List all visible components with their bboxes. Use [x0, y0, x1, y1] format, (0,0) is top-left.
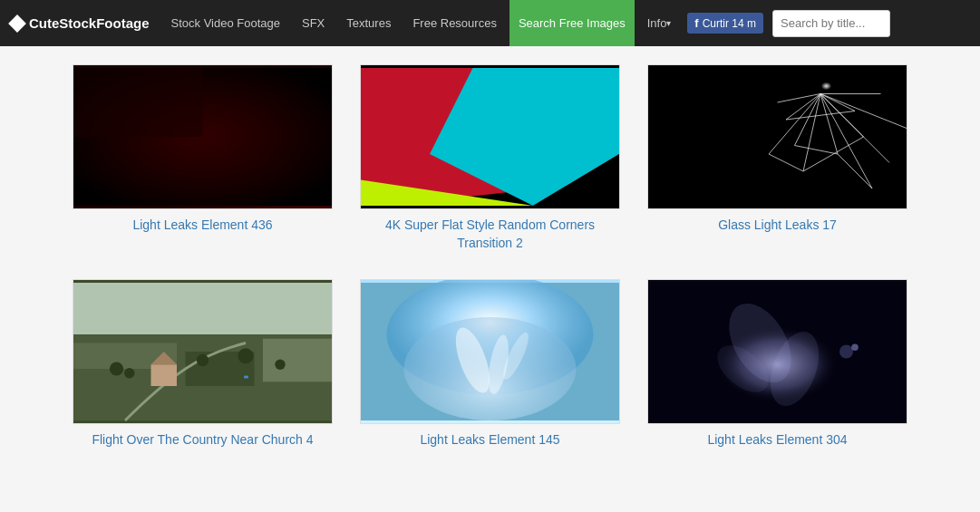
thumbnail-1 [73, 64, 333, 209]
svg-rect-32 [263, 339, 332, 382]
thumbnail-6 [647, 279, 907, 424]
svg-rect-2 [73, 68, 203, 137]
svg-rect-33 [151, 364, 178, 386]
svg-rect-28 [73, 283, 332, 334]
svg-point-37 [197, 354, 209, 366]
thumbnail-3 [647, 64, 907, 209]
image-grid: Light Leaks Element 436 4 [73, 64, 907, 449]
card-title-3: Glass Light Leaks 17 [718, 217, 837, 235]
svg-point-52 [839, 345, 853, 359]
svg-point-27 [803, 81, 838, 107]
navbar: CuteStockFootage Stock Video Footage SFX… [0, 0, 980, 46]
thumbnail-2 [360, 64, 620, 209]
card-item-4[interactable]: Flight Over The Country Near Church 4 [73, 279, 333, 449]
site-logo[interactable]: CuteStockFootage [11, 15, 150, 31]
site-name: CuteStockFootage [29, 15, 150, 31]
thumbnail-4 [73, 279, 333, 424]
card-item-3[interactable]: Glass Light Leaks 17 [647, 64, 907, 252]
svg-point-39 [275, 360, 285, 370]
main-content: Light Leaks Element 436 4 [0, 46, 980, 468]
fb-icon: f [694, 16, 698, 30]
card-item-2[interactable]: 4K Super Flat Style Random Corners Trans… [360, 64, 620, 252]
nav-search-free-images[interactable]: Search Free Images [509, 0, 635, 46]
card-item-6[interactable]: Light Leaks Element 304 [647, 279, 907, 449]
card-title-5: Light Leaks Element 145 [420, 431, 559, 449]
card-title-6: Light Leaks Element 304 [707, 431, 847, 449]
fb-label: Curtir 14 m [703, 17, 756, 30]
nav-sfx[interactable]: SFX [293, 0, 334, 46]
card-title-2: 4K Super Flat Style Random Corners Trans… [360, 217, 620, 252]
svg-point-35 [110, 362, 123, 376]
facebook-button[interactable]: f Curtir 14 m [687, 13, 763, 34]
svg-point-53 [851, 344, 859, 352]
svg-rect-40 [244, 376, 248, 379]
card-title-1: Light Leaks Element 436 [132, 217, 272, 235]
nav-free-resources[interactable]: Free Resources [403, 0, 505, 46]
nav-textures[interactable]: Textures [337, 0, 400, 46]
card-item-1[interactable]: Light Leaks Element 436 [73, 64, 333, 252]
thumbnail-5 [360, 279, 620, 424]
svg-point-36 [124, 368, 134, 378]
svg-rect-9 [648, 68, 907, 206]
nav-stock-video[interactable]: Stock Video Footage [162, 0, 289, 46]
search-input[interactable] [772, 10, 890, 37]
card-item-5[interactable]: Light Leaks Element 145 [360, 279, 620, 449]
card-title-4: Flight Over The Country Near Church 4 [92, 431, 313, 449]
diamond-icon [8, 14, 26, 33]
svg-point-38 [238, 348, 253, 363]
nav-info[interactable]: Info [638, 0, 681, 46]
